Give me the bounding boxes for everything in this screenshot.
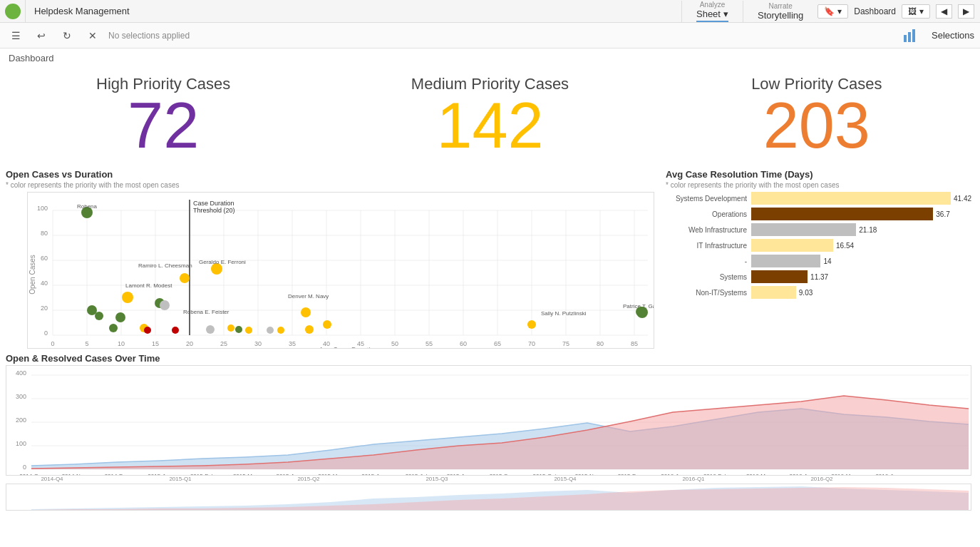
bookmark-icon: 🔖 [824,6,835,16]
bar-row: Systems 11.37 [666,270,974,283]
storytelling-label[interactable]: Storytelling [758,10,803,21]
svg-point-65 [180,273,190,283]
svg-text:Open Cases: Open Cases [29,255,36,295]
kpi-row: High Priority Cases 72 Medium Priority C… [0,68,980,169]
selections-button[interactable]: Selections [932,30,974,41]
bar-label: Systems Development [666,195,751,203]
narrate-label: Narrate [768,2,792,10]
menu-button[interactable]: ☰ [6,26,26,46]
svg-text:65: 65 [494,340,501,347]
svg-text:100: 100 [37,205,48,212]
svg-text:55: 55 [425,340,433,347]
bar-value: 36.7 [936,210,949,218]
med-priority-value: 142 [326,93,653,158]
bar-fill [751,208,933,220]
nav-logo [0,0,26,23]
mini-chart[interactable] [6,484,971,511]
clear-button[interactable]: ✕ [83,26,103,46]
bar-fill [751,286,796,299]
svg-point-62 [235,326,242,333]
svg-text:50: 50 [391,340,398,347]
svg-point-76 [267,327,274,334]
low-priority-value: 203 [654,93,980,158]
svg-text:Lamont R. Modest: Lamont R. Modest [125,282,172,289]
svg-text:75: 75 [562,340,569,347]
bar-fill [751,223,856,236]
bar-track: 11.37 [751,270,974,283]
chevron-down-icon: ▾ [723,9,728,19]
svg-point-69 [323,320,331,329]
sheet-label: Sheet [696,9,721,19]
charts-icon [900,26,920,46]
bar-fill [751,239,833,252]
bar-track: 36.7 [751,208,974,220]
svg-text:20: 20 [186,340,193,347]
time-section: Open & Resolved Cases Over Time 0 100 20… [0,350,980,513]
main-content: Open Cases vs Duration * color represent… [0,169,980,349]
svg-text:Ramiro L. Cheesman: Ramiro L. Cheesman [138,262,192,269]
bar-row: Operations 36.7 [666,208,974,220]
undo-button[interactable]: ↩ [31,26,51,46]
svg-text:85: 85 [631,340,638,347]
svg-text:80: 80 [597,340,604,347]
svg-text:10: 10 [118,340,125,347]
svg-text:100: 100 [16,440,26,447]
bar-row: - 14 [666,255,974,267]
svg-point-87 [527,320,536,329]
med-priority-kpi: Medium Priority Cases 142 [326,75,653,158]
bar-row: Non-IT/Systems 9.03 [666,286,974,299]
scatter-section: Open Cases vs Duration * color represent… [6,169,654,349]
svg-point-75 [206,325,215,334]
scatter-chart[interactable]: 0 20 40 60 80 100 0 5 10 15 20 25 [27,192,654,349]
svg-rect-0 [904,35,907,42]
time-chart-title: Open & Resolved Cases Over Time [6,353,974,364]
bar-track: 21.18 [751,223,974,236]
bookmark-button[interactable]: 🔖 ▾ [817,4,848,19]
analyze-label: Analyze [700,1,726,9]
svg-text:35: 35 [289,340,296,347]
bar-label: Systems [666,273,751,281]
svg-point-71 [245,327,252,334]
bar-label: IT Infrastructure [666,242,751,250]
no-selections-label: No selections applied [108,31,894,41]
sheet-tab[interactable]: Sheet ▾ [696,9,728,22]
chevron-down-icon: ▾ [837,6,842,16]
bar-value: 16.54 [836,242,854,250]
nav-right: 🔖 ▾ Dashboard 🖼 ▾ ◀ ▶ [817,4,980,19]
svg-text:Geraldo E. Ferroni: Geraldo E. Ferroni [199,259,246,265]
bar-row: Systems Development 41.42 [666,192,974,205]
svg-rect-2 [912,29,915,42]
time-series-chart[interactable]: 0 100 200 300 400 2014-O... 2014-Nov 201… [6,365,971,476]
svg-rect-1 [908,32,911,42]
svg-text:60: 60 [41,255,48,262]
bar-label: - [666,257,751,265]
svg-point-88 [636,307,646,317]
bar-value: 14 [823,257,831,265]
svg-point-72 [277,327,284,334]
high-priority-kpi: High Priority Cases 72 [0,75,326,158]
logo-icon [5,4,21,19]
scatter-title: Open Cases vs Duration [6,169,654,180]
bar-label: Operations [666,210,751,218]
bar-chart-title: Avg Case Resolution Time (Days) [666,169,974,180]
image-icon: 🖼 [908,6,917,16]
svg-text:5: 5 [85,340,88,347]
svg-point-74 [160,300,170,310]
bar-fill [751,255,820,267]
svg-text:60: 60 [460,340,467,347]
svg-text:0: 0 [44,329,48,337]
redo-button[interactable]: ↻ [57,26,77,46]
low-priority-kpi: Low Priority Cases 203 [654,75,980,158]
image-button[interactable]: 🖼 ▾ [902,4,930,19]
svg-text:70: 70 [528,340,535,347]
bar-fill [751,270,808,283]
toolbar: ☰ ↩ ↻ ✕ No selections applied Selections [0,23,980,48]
svg-point-60 [115,312,125,322]
next-button[interactable]: ▶ [958,4,974,19]
selections-label: Selections [932,30,974,41]
bar-track: 9.03 [751,286,974,299]
prev-button[interactable]: ◀ [936,4,952,19]
svg-text:200: 200 [16,416,26,424]
svg-point-70 [227,324,234,332]
svg-text:20: 20 [41,305,48,312]
